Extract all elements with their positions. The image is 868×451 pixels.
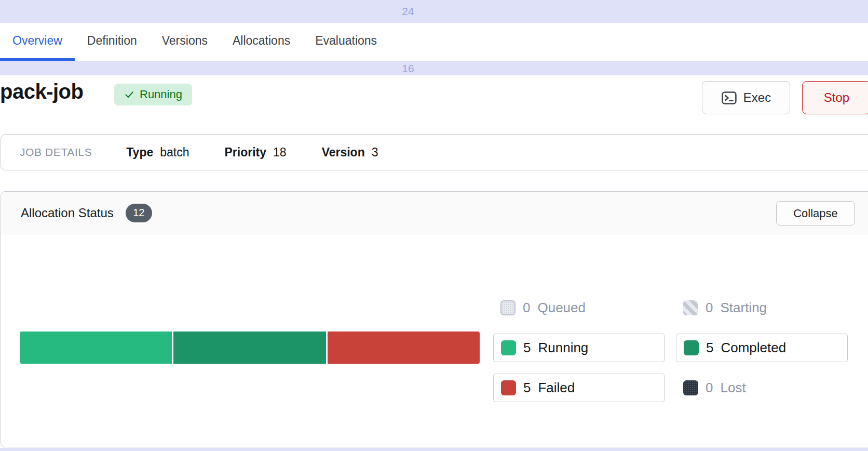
collapse-button-label: Collapse xyxy=(793,207,838,220)
stop-button-label: Stop xyxy=(824,90,849,105)
spacing-indicator-top: 24 xyxy=(0,0,868,23)
legend-item-lost: 0 Lost xyxy=(676,374,848,402)
spacing-indicator-middle-value: 16 xyxy=(395,62,422,75)
nomad-job-overview-page: 24 Overview Definition Versions Allocati… xyxy=(0,0,868,451)
job-details-bar: JOB DETAILS Type batch Priority 18 Versi… xyxy=(1,134,868,170)
failed-count: 5 xyxy=(523,380,531,396)
exec-button-label: Exec xyxy=(743,90,771,105)
completed-label: Completed xyxy=(721,340,786,356)
bar-segment-completed[interactable] xyxy=(173,331,326,364)
legend-item-running[interactable]: 5 Running xyxy=(493,334,665,362)
job-details-priority: Priority 18 xyxy=(225,145,287,160)
running-swatch-icon xyxy=(501,340,516,355)
starting-count: 0 xyxy=(706,300,713,316)
allocation-count-badge: 12 xyxy=(126,204,152,222)
exec-button[interactable]: Exec xyxy=(702,81,790,114)
allocation-status-card: Allocation Status 12 Collapse 0 Queued 0… xyxy=(1,191,868,447)
spacing-indicator-middle: 16 xyxy=(0,61,868,75)
job-details-version-value: 3 xyxy=(372,145,378,160)
running-count: 5 xyxy=(523,340,531,356)
tab-overview[interactable]: Overview xyxy=(0,23,75,61)
job-details-type: Type batch xyxy=(126,145,189,160)
starting-swatch-icon xyxy=(683,300,698,315)
running-label: Running xyxy=(538,340,588,356)
failed-label: Failed xyxy=(538,380,575,396)
allocation-status-bar xyxy=(20,331,480,364)
collapse-button[interactable]: Collapse xyxy=(776,201,855,226)
status-badge: Running xyxy=(114,84,192,105)
status-badge-label: Running xyxy=(140,88,182,101)
job-details-type-value: batch xyxy=(160,145,189,160)
check-icon xyxy=(124,89,134,100)
failed-swatch-icon xyxy=(501,380,516,395)
spacing-indicator-bottom xyxy=(0,448,868,451)
lost-count: 0 xyxy=(706,380,713,396)
queued-count: 0 xyxy=(523,300,530,316)
tab-definition[interactable]: Definition xyxy=(75,23,150,61)
bar-segment-running[interactable] xyxy=(20,331,172,364)
bar-segment-failed[interactable] xyxy=(328,331,480,364)
allocation-status-title: Allocation Status xyxy=(21,206,114,220)
tab-versions[interactable]: Versions xyxy=(150,23,220,61)
allocation-status-legend: 0 Queued 0 Starting 5 Running 5 Complete… xyxy=(493,294,848,402)
job-details-type-label: Type xyxy=(126,145,153,160)
terminal-icon xyxy=(721,90,737,106)
completed-count: 5 xyxy=(706,340,713,356)
job-details-section-label: JOB DETAILS xyxy=(20,146,92,158)
allocation-status-header: Allocation Status 12 Collapse xyxy=(1,192,868,234)
job-details-priority-label: Priority xyxy=(225,145,267,160)
legend-item-queued: 0 Queued xyxy=(493,294,665,322)
tab-evaluations[interactable]: Evaluations xyxy=(303,23,389,61)
page-title: pack-job xyxy=(0,80,83,103)
tab-allocations[interactable]: Allocations xyxy=(220,23,303,61)
job-details-version: Version 3 xyxy=(322,145,378,160)
legend-item-starting: 0 Starting xyxy=(676,294,848,322)
job-tab-bar: Overview Definition Versions Allocations… xyxy=(0,23,868,61)
stop-button[interactable]: Stop xyxy=(802,81,868,114)
legend-item-failed[interactable]: 5 Failed xyxy=(493,374,665,402)
lost-swatch-icon xyxy=(683,380,698,395)
spacing-indicator-top-value: 24 xyxy=(395,5,422,18)
queued-swatch-icon xyxy=(500,300,516,315)
lost-label: Lost xyxy=(720,380,745,396)
completed-swatch-icon xyxy=(684,340,699,355)
job-details-priority-value: 18 xyxy=(273,145,287,160)
queued-label: Queued xyxy=(537,300,586,316)
legend-item-completed[interactable]: 5 Completed xyxy=(676,334,848,362)
starting-label: Starting xyxy=(720,300,767,316)
job-details-version-label: Version xyxy=(322,145,365,160)
